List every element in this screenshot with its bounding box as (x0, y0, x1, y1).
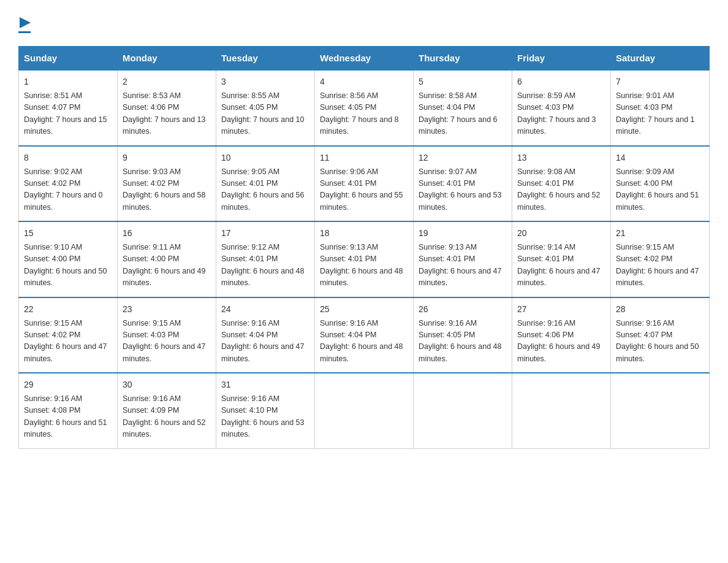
calendar-cell: 5Sunrise: 8:58 AMSunset: 4:04 PMDaylight… (414, 70, 512, 146)
calendar-cell: 17Sunrise: 9:12 AMSunset: 4:01 PMDayligh… (216, 221, 315, 297)
day-number: 18 (320, 227, 408, 240)
calendar-cell: 24Sunrise: 9:16 AMSunset: 4:04 PMDayligh… (216, 297, 315, 373)
calendar-cell: 16Sunrise: 9:11 AMSunset: 4:00 PMDayligh… (118, 221, 216, 297)
day-number: 7 (616, 75, 704, 88)
logo-arrow-icon (20, 12, 31, 31)
day-info: Sunrise: 9:10 AMSunset: 4:00 PMDaylight:… (24, 243, 107, 287)
day-number: 20 (517, 227, 605, 240)
day-info: Sunrise: 9:15 AMSunset: 4:03 PMDaylight:… (123, 319, 206, 363)
day-info: Sunrise: 9:03 AMSunset: 4:02 PMDaylight:… (123, 167, 206, 212)
day-number: 23 (123, 303, 211, 316)
day-number: 27 (517, 303, 605, 316)
calendar-table: SundayMondayTuesdayWednesdayThursdayFrid… (18, 46, 710, 449)
logo-top (18, 12, 31, 31)
day-info: Sunrise: 9:16 AMSunset: 4:06 PMDaylight:… (517, 319, 601, 363)
day-info: Sunrise: 9:16 AMSunset: 4:10 PMDaylight:… (221, 394, 305, 439)
day-info: Sunrise: 9:16 AMSunset: 4:04 PMDaylight:… (320, 319, 403, 363)
day-number: 10 (221, 151, 309, 164)
day-number: 3 (221, 75, 309, 88)
calendar-cell (611, 373, 710, 448)
day-number: 28 (616, 303, 704, 316)
calendar-cell: 9Sunrise: 9:03 AMSunset: 4:02 PMDaylight… (118, 146, 216, 222)
calendar-week-3: 15Sunrise: 9:10 AMSunset: 4:00 PMDayligh… (19, 221, 710, 297)
day-number: 9 (123, 151, 211, 164)
day-number: 30 (123, 378, 211, 391)
calendar-cell: 31Sunrise: 9:16 AMSunset: 4:10 PMDayligh… (216, 373, 315, 448)
day-info: Sunrise: 9:16 AMSunset: 4:04 PMDaylight:… (221, 319, 305, 363)
calendar-cell: 3Sunrise: 8:55 AMSunset: 4:05 PMDaylight… (216, 70, 315, 146)
col-header-friday: Friday (512, 47, 611, 71)
calendar-cell (414, 373, 512, 448)
day-info: Sunrise: 9:06 AMSunset: 4:01 PMDaylight:… (320, 167, 403, 212)
calendar-cell: 15Sunrise: 9:10 AMSunset: 4:00 PMDayligh… (19, 221, 118, 297)
day-info: Sunrise: 9:11 AMSunset: 4:00 PMDaylight:… (123, 243, 206, 287)
calendar-cell: 28Sunrise: 9:16 AMSunset: 4:07 PMDayligh… (611, 297, 710, 373)
day-number: 4 (320, 75, 408, 88)
day-info: Sunrise: 9:02 AMSunset: 4:02 PMDaylight:… (24, 167, 103, 212)
calendar-cell: 7Sunrise: 9:01 AMSunset: 4:03 PMDaylight… (611, 70, 710, 146)
day-info: Sunrise: 8:58 AMSunset: 4:04 PMDaylight:… (419, 91, 498, 136)
calendar-cell: 11Sunrise: 9:06 AMSunset: 4:01 PMDayligh… (315, 146, 414, 222)
calendar-cell: 23Sunrise: 9:15 AMSunset: 4:03 PMDayligh… (118, 297, 216, 373)
day-number: 14 (616, 151, 704, 164)
calendar-cell: 21Sunrise: 9:15 AMSunset: 4:02 PMDayligh… (611, 221, 710, 297)
calendar-cell: 25Sunrise: 9:16 AMSunset: 4:04 PMDayligh… (315, 297, 414, 373)
col-header-saturday: Saturday (611, 47, 710, 71)
calendar-cell: 30Sunrise: 9:16 AMSunset: 4:09 PMDayligh… (118, 373, 216, 448)
day-number: 19 (419, 227, 507, 240)
col-header-tuesday: Tuesday (216, 47, 315, 71)
day-info: Sunrise: 9:14 AMSunset: 4:01 PMDaylight:… (517, 243, 601, 287)
day-number: 15 (24, 227, 112, 240)
day-info: Sunrise: 9:05 AMSunset: 4:01 PMDaylight:… (221, 167, 305, 212)
page-header (18, 12, 710, 34)
calendar-cell: 20Sunrise: 9:14 AMSunset: 4:01 PMDayligh… (512, 221, 611, 297)
day-info: Sunrise: 8:51 AMSunset: 4:07 PMDaylight:… (24, 91, 107, 136)
day-info: Sunrise: 8:56 AMSunset: 4:05 PMDaylight:… (320, 91, 399, 136)
calendar-week-5: 29Sunrise: 9:16 AMSunset: 4:08 PMDayligh… (19, 373, 710, 448)
col-header-sunday: Sunday (19, 47, 118, 71)
day-number: 21 (616, 227, 704, 240)
day-number: 11 (320, 151, 408, 164)
day-info: Sunrise: 9:08 AMSunset: 4:01 PMDaylight:… (517, 167, 601, 212)
calendar-header-row: SundayMondayTuesdayWednesdayThursdayFrid… (19, 47, 710, 71)
logo (18, 12, 31, 34)
day-info: Sunrise: 9:16 AMSunset: 4:05 PMDaylight:… (419, 319, 502, 363)
day-info: Sunrise: 9:13 AMSunset: 4:01 PMDaylight:… (320, 243, 403, 287)
calendar-cell: 26Sunrise: 9:16 AMSunset: 4:05 PMDayligh… (414, 297, 512, 373)
calendar-cell: 27Sunrise: 9:16 AMSunset: 4:06 PMDayligh… (512, 297, 611, 373)
day-number: 17 (221, 227, 309, 240)
day-number: 24 (221, 303, 309, 316)
calendar-week-4: 22Sunrise: 9:15 AMSunset: 4:02 PMDayligh… (19, 297, 710, 373)
day-info: Sunrise: 9:01 AMSunset: 4:03 PMDaylight:… (616, 91, 695, 136)
day-number: 25 (320, 303, 408, 316)
calendar-week-1: 1Sunrise: 8:51 AMSunset: 4:07 PMDaylight… (19, 70, 710, 146)
day-info: Sunrise: 9:15 AMSunset: 4:02 PMDaylight:… (616, 243, 699, 287)
calendar-cell: 22Sunrise: 9:15 AMSunset: 4:02 PMDayligh… (19, 297, 118, 373)
day-number: 29 (24, 378, 112, 391)
calendar-cell: 6Sunrise: 8:59 AMSunset: 4:03 PMDaylight… (512, 70, 611, 146)
day-info: Sunrise: 9:16 AMSunset: 4:09 PMDaylight:… (123, 394, 206, 439)
day-number: 31 (221, 378, 309, 391)
day-info: Sunrise: 9:16 AMSunset: 4:07 PMDaylight:… (616, 319, 699, 363)
day-info: Sunrise: 9:13 AMSunset: 4:01 PMDaylight:… (419, 243, 502, 287)
calendar-cell: 1Sunrise: 8:51 AMSunset: 4:07 PMDaylight… (19, 70, 118, 146)
day-number: 16 (123, 227, 211, 240)
day-number: 5 (419, 75, 507, 88)
day-number: 1 (24, 75, 112, 88)
calendar-cell (315, 373, 414, 448)
day-info: Sunrise: 9:12 AMSunset: 4:01 PMDaylight:… (221, 243, 305, 287)
day-number: 6 (517, 75, 605, 88)
calendar-cell: 18Sunrise: 9:13 AMSunset: 4:01 PMDayligh… (315, 221, 414, 297)
calendar-cell: 12Sunrise: 9:07 AMSunset: 4:01 PMDayligh… (414, 146, 512, 222)
day-number: 26 (419, 303, 507, 316)
day-info: Sunrise: 8:59 AMSunset: 4:03 PMDaylight:… (517, 91, 596, 136)
day-info: Sunrise: 8:53 AMSunset: 4:06 PMDaylight:… (123, 91, 206, 136)
calendar-cell: 19Sunrise: 9:13 AMSunset: 4:01 PMDayligh… (414, 221, 512, 297)
day-number: 8 (24, 151, 112, 164)
day-number: 22 (24, 303, 112, 316)
calendar-cell: 13Sunrise: 9:08 AMSunset: 4:01 PMDayligh… (512, 146, 611, 222)
calendar-cell (512, 373, 611, 448)
day-info: Sunrise: 9:07 AMSunset: 4:01 PMDaylight:… (419, 167, 502, 212)
col-header-monday: Monday (118, 47, 216, 71)
day-number: 12 (419, 151, 507, 164)
